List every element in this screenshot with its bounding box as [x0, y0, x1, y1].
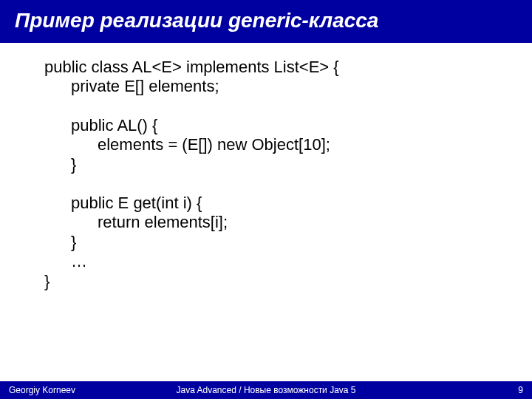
- code-line-1: public class AL<E> implements List<E> {: [44, 58, 488, 77]
- code-line-3: public AL() {: [44, 116, 488, 135]
- code-line-9: …: [44, 252, 488, 271]
- code-line-6: public E get(int i) {: [44, 194, 488, 213]
- footer-page: 9: [518, 385, 523, 395]
- code-line-4: elements = (E[]) new Object[10];: [44, 135, 488, 154]
- slide-title: Пример реализации generic-класса: [15, 9, 517, 33]
- code-line-7: return elements[i];: [44, 213, 488, 232]
- footer-course: Java Advanced / Новые возможности Java 5: [176, 385, 355, 395]
- footer-author: Georgiy Korneev: [9, 385, 75, 395]
- code-line-10: }: [44, 272, 488, 291]
- code-line-2: private E[] elements;: [44, 77, 488, 96]
- footer-bar: Georgiy Korneev Java Advanced / Новые во…: [0, 381, 532, 399]
- slide-content: public class AL<E> implements List<E> { …: [0, 43, 532, 291]
- title-bar: Пример реализации generic-класса: [0, 0, 532, 43]
- code-line-8: }: [44, 233, 488, 252]
- code-line-5: }: [44, 155, 488, 174]
